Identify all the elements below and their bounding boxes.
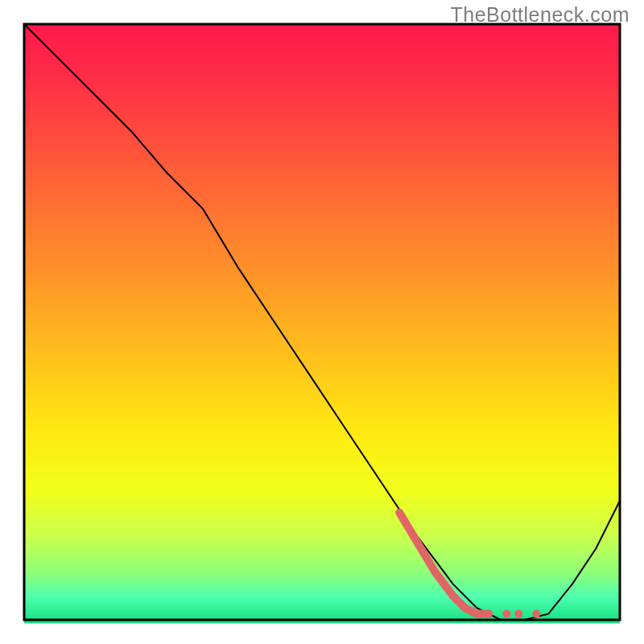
highlight-dot: [532, 610, 540, 618]
highlight-dot: [502, 610, 510, 618]
attribution-text: TheBottleneck.com: [451, 3, 630, 27]
chart-svg: [0, 0, 644, 644]
highlight-dot: [514, 610, 522, 618]
chart-container: TheBottleneck.com: [0, 0, 644, 644]
